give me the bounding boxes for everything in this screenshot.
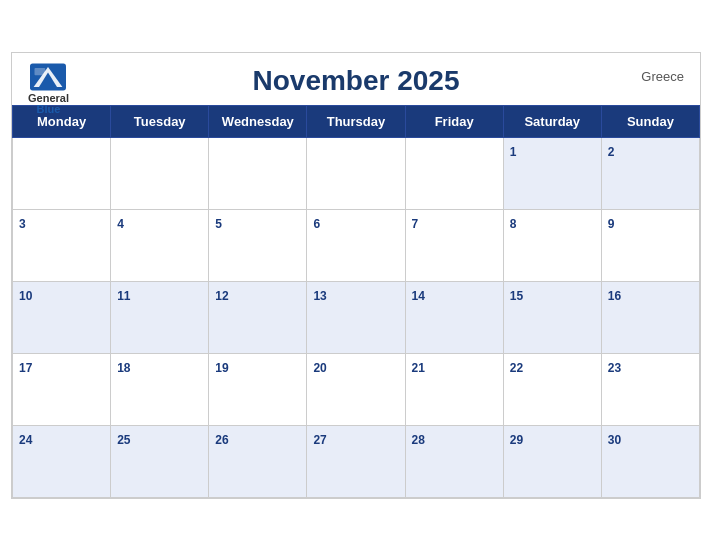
col-sunday: Sunday — [601, 105, 699, 137]
day-number: 3 — [19, 217, 26, 231]
logo-blue-text: Blue — [37, 104, 61, 115]
day-number: 2 — [608, 145, 615, 159]
calendar-cell: 18 — [111, 353, 209, 425]
day-number: 19 — [215, 361, 228, 375]
logo: General Blue — [28, 63, 69, 115]
day-number: 28 — [412, 433, 425, 447]
calendar-cell: 21 — [405, 353, 503, 425]
col-friday: Friday — [405, 105, 503, 137]
day-number: 15 — [510, 289, 523, 303]
day-number: 10 — [19, 289, 32, 303]
logo-general-text: General — [28, 93, 69, 104]
calendar-cell: 10 — [13, 281, 111, 353]
day-number: 4 — [117, 217, 124, 231]
calendar-cell: 22 — [503, 353, 601, 425]
calendar-cell: 4 — [111, 209, 209, 281]
svg-rect-3 — [35, 68, 46, 75]
col-thursday: Thursday — [307, 105, 405, 137]
day-number: 27 — [313, 433, 326, 447]
calendar-week-row: 10111213141516 — [13, 281, 700, 353]
calendar-cell: 19 — [209, 353, 307, 425]
calendar-cell: 2 — [601, 137, 699, 209]
calendar-body: 1234567891011121314151617181920212223242… — [13, 137, 700, 497]
day-number: 29 — [510, 433, 523, 447]
calendar-container: General Blue November 2025 Greece Monday… — [11, 52, 701, 499]
calendar-cell: 24 — [13, 425, 111, 497]
day-number: 25 — [117, 433, 130, 447]
day-number: 18 — [117, 361, 130, 375]
calendar-cell: 5 — [209, 209, 307, 281]
day-number: 24 — [19, 433, 32, 447]
calendar-week-row: 17181920212223 — [13, 353, 700, 425]
calendar-cell: 14 — [405, 281, 503, 353]
day-number: 21 — [412, 361, 425, 375]
calendar-week-row: 24252627282930 — [13, 425, 700, 497]
day-number: 30 — [608, 433, 621, 447]
day-number: 7 — [412, 217, 419, 231]
calendar-cell: 13 — [307, 281, 405, 353]
calendar-header: General Blue November 2025 Greece — [12, 53, 700, 105]
day-number: 1 — [510, 145, 517, 159]
day-number: 14 — [412, 289, 425, 303]
calendar-cell: 20 — [307, 353, 405, 425]
day-number: 17 — [19, 361, 32, 375]
calendar-title: November 2025 — [252, 65, 459, 97]
day-number: 8 — [510, 217, 517, 231]
day-number: 22 — [510, 361, 523, 375]
day-number: 11 — [117, 289, 130, 303]
col-saturday: Saturday — [503, 105, 601, 137]
calendar-week-row: 3456789 — [13, 209, 700, 281]
day-number: 13 — [313, 289, 326, 303]
calendar-cell: 30 — [601, 425, 699, 497]
calendar-cell — [111, 137, 209, 209]
day-number: 6 — [313, 217, 320, 231]
calendar-cell: 28 — [405, 425, 503, 497]
calendar-cell: 27 — [307, 425, 405, 497]
day-number: 9 — [608, 217, 615, 231]
calendar-cell — [405, 137, 503, 209]
calendar-cell — [307, 137, 405, 209]
calendar-cell: 23 — [601, 353, 699, 425]
day-number: 20 — [313, 361, 326, 375]
calendar-cell: 6 — [307, 209, 405, 281]
day-number: 26 — [215, 433, 228, 447]
calendar-cell: 1 — [503, 137, 601, 209]
calendar-week-row: 12 — [13, 137, 700, 209]
day-number: 23 — [608, 361, 621, 375]
calendar-header-row: Monday Tuesday Wednesday Thursday Friday… — [13, 105, 700, 137]
calendar-cell: 15 — [503, 281, 601, 353]
country-label: Greece — [641, 69, 684, 84]
day-number: 16 — [608, 289, 621, 303]
calendar-cell: 26 — [209, 425, 307, 497]
day-number: 12 — [215, 289, 228, 303]
calendar-cell: 9 — [601, 209, 699, 281]
calendar-cell: 3 — [13, 209, 111, 281]
calendar-cell — [209, 137, 307, 209]
calendar-cell: 17 — [13, 353, 111, 425]
calendar-cell — [13, 137, 111, 209]
col-tuesday: Tuesday — [111, 105, 209, 137]
calendar-cell: 7 — [405, 209, 503, 281]
calendar-cell: 11 — [111, 281, 209, 353]
calendar-cell: 8 — [503, 209, 601, 281]
calendar-cell: 25 — [111, 425, 209, 497]
generalblue-logo-icon — [30, 63, 66, 91]
calendar-cell: 16 — [601, 281, 699, 353]
calendar-cell: 29 — [503, 425, 601, 497]
col-wednesday: Wednesday — [209, 105, 307, 137]
day-number: 5 — [215, 217, 222, 231]
calendar-table: Monday Tuesday Wednesday Thursday Friday… — [12, 105, 700, 498]
calendar-cell: 12 — [209, 281, 307, 353]
